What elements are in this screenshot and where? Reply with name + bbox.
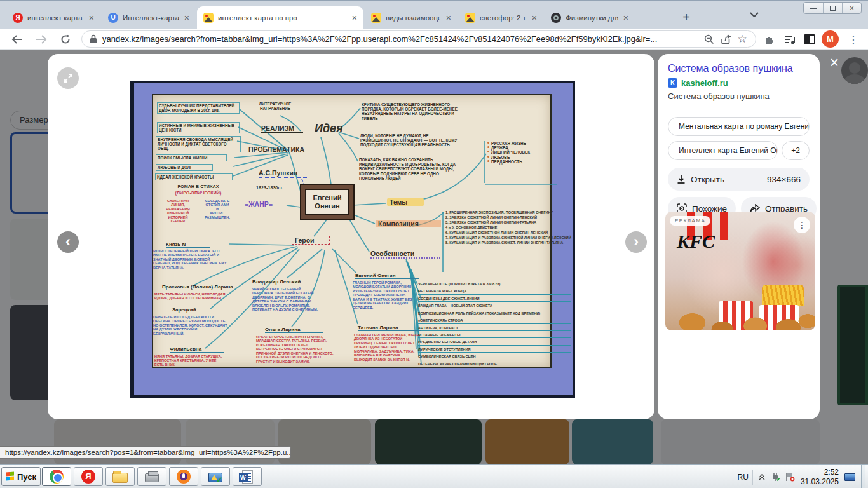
ad-menu-icon[interactable]: ⋮ [794,217,810,233]
kfc-ad-banner[interactable]: РЕКЛАМА KFC ⋮ [665,212,815,330]
language-indicator[interactable]: RU [734,470,753,485]
map-features-list: ЗЕРКАЛЬНОСТЬ (ПОВТОР СЮЖЕТА В 3 и 8 гл)Н… [418,282,571,369]
map-idea-3-line: ПОКАЗАТЬ, КАК ВАЖНО СОХРАНИТЬ ИНДИВИДУАЛ… [359,158,463,180]
related-query-chip[interactable]: Ментальная карта по роману Евгений ... [668,117,810,136]
map-lensky-body: ЯРКИЙ ВТОРОСТЕПЕННЫЙ ПЕРСОНАЖ. 18-ЛЕТНИЙ… [252,287,321,312]
epic-browser-icon [177,470,191,484]
back-button[interactable] [9,31,25,48]
taskbar-app-word[interactable] [233,467,262,486]
window-minimize-button[interactable] [804,3,823,13]
map-problem-3-line: ВНУТРЕННЯЯ СВОБОДА МЫСЛЯЩЕЙ ЛИЧНОСТИ И Д… [156,136,241,152]
map-years: 1823-1830г.г. [256,186,307,191]
map-features-list-line: КАЖДАЯ ГЛАВА – НОВЫЙ ЭТАП СЮЖЕТА [418,304,571,309]
url-text[interactable]: yandex.kz/images/search?from=tabbar&img_… [102,34,701,44]
map-problem-5-line: ЛЮБОВЬ И ДОЛГ [156,164,213,171]
reload-button[interactable] [57,31,74,48]
browser-tab[interactable]: интеллект карта по про× [6,6,100,29]
taskbar-app-chrome[interactable] [42,467,71,486]
window-close-button[interactable]: × [842,3,861,13]
map-features-list-line: СИМВОЛИЧЕСКАЯ СВЯЗЬ СЦЕН [418,355,571,360]
fullscreen-expand-button[interactable] [57,67,79,89]
window-maximize-button[interactable] [823,3,842,13]
tab-search-chevron-icon[interactable] [750,12,763,24]
new-tab-button[interactable]: + [677,9,695,27]
site-name[interactable]: kasheloff.ru [681,78,728,88]
source-site-row[interactable]: K kasheloff.ru [668,78,810,88]
map-features-list-line: АНТИТЕЗА, КОНТРАСТ [418,326,571,331]
map-lensky-title: Владимир Ленский [252,279,321,285]
address-bar[interactable]: yandex.kz/images/search?from=tabbar&img_… [81,30,756,48]
taskbar-app-epic-browser[interactable] [169,467,198,486]
taskbar-clock[interactable]: 2:52 31.03.2025 [801,468,839,487]
tab-close-icon[interactable]: × [351,13,358,23]
tab-close-icon[interactable]: × [531,13,538,23]
map-onegin-body: ГЛАВНЫЙ ГЕРОЙ РОМАНА, МОЛОДОЙ БОГАТЫЙ ДВ… [353,281,416,309]
taskbar-app-file-explorer[interactable] [105,467,135,486]
image-description: Система образов пушкина [668,92,810,109]
yandex-favicon-icon [13,13,23,23]
tab-close-icon[interactable]: × [183,13,191,23]
clock-date: 31.03.2025 [801,477,839,487]
map-genre-1-line: РОМАН В СТИХАХ [159,184,237,189]
taskbar-app-fax-printer[interactable] [137,467,166,486]
site-favicon: K [668,78,677,88]
desktop-monitor-icon[interactable] [844,473,855,481]
profile-avatar[interactable]: M [822,30,839,48]
start-button[interactable]: Пуск [1,467,41,486]
mindmap-image[interactable]: СУДЬБЫ ЛУЧШИХ ПРЕДСТАВИТЕЛЕЙ ДВОР. МОЛОД… [130,81,575,398]
more-queries-chip[interactable]: +2 [782,141,810,160]
browser-toolbar: yandex.kz/images/search?from=tabbar&img_… [0,29,868,50]
extension-puzzle-icon[interactable] [761,31,778,48]
lock-icon [90,34,97,44]
minimize-icon [810,7,817,9]
playlist-extension-icon[interactable] [782,31,798,48]
browser-menu-icon[interactable]: ⋮ [845,31,862,48]
map-features-list-line: ПРЕДМЕТНО-БЫТОВЫЕ ДЕТАЛИ [418,340,571,345]
forward-button[interactable] [33,31,50,48]
browser-tab[interactable]: светофор: 2 тыс изобра× [459,6,543,29]
map-composition-list-line: 4 и 5. ОСНОВНОЕ ДЕЙСТВИЕ [445,226,580,229]
map-olga-body-line: ЯРКАЯ ВТОРОСТЕПЕННАЯ ГЕРОИНЯ, МЛАДШАЯ СЕ… [256,335,334,363]
browser-tab[interactable]: виды взаимооценивания× [365,6,458,29]
next-image-button[interactable]: › [625,231,647,253]
map-themes-list: РУССКАЯ ЖИЗНЬДРУЖБАЛИШНИЙ ЧЕЛОВЕКЛЮБОВЬП… [487,141,556,164]
map-knyaz-title-line: Князь N [166,241,210,247]
close-window-icon: × [850,4,854,13]
sidebar-extension-icon[interactable] [801,31,818,48]
map-composition-list-line: 1. РАСШИРЕННАЯ ЭКСПОЗИЦИЯ, ПОСВЯЩЕННАЯ О… [445,210,580,214]
file-explorer-icon [112,473,128,483]
related-query-chip[interactable]: Интеллект карта Евгений Онегин [668,141,778,160]
image-title-link[interactable]: Система образов пушкина [668,63,810,74]
share-icon[interactable] [717,31,734,48]
map-genre-2-line: (ЛИРО-ЭПИЧЕСКИЙ) [158,191,238,196]
lightbox-close-icon[interactable]: × [826,55,843,71]
map-onegin-body-line: ГЛАВНЫЙ ГЕРОЙ РОМАНА, МОЛОДОЙ БОГАТЫЙ ДВ… [353,281,416,309]
show-desktop-button[interactable] [861,465,865,488]
map-composition-list-line: 2. ЗАВЯЗКА СЮЖЕТНОЙ ЛИНИИ ОНЕГИН-ЛЕНСКИЙ [445,215,580,219]
action-center-flag-icon[interactable] [785,472,795,482]
map-problem-4: ПОИСК СМЫСЛА ЖИЗНИ [156,154,227,161]
browser-tab[interactable]: интеллект карта по про× [197,6,363,29]
chrome-icon [50,470,64,484]
previous-image-button[interactable]: ‹ [57,231,79,253]
taskbar: Пуск RU 2:52 31.03.2025 [0,464,868,488]
windows-logo-icon [6,472,15,482]
tray-expand-chevron-icon[interactable] [759,474,765,480]
browser-tab[interactable]: Интеллект-карта по ром× [102,6,196,29]
tab-label: Интеллект-карта по ром [123,14,179,22]
safely-remove-hardware-icon[interactable] [771,473,780,482]
tab-close-icon[interactable]: × [622,13,630,23]
map-themes-list-line: ПРЕДАННОСТЬ [487,159,556,164]
map-features-list-line: «ОНЕГИНСКАЯ» СТРОФА [418,318,571,323]
taskbar-app-security-monitor[interactable] [201,467,230,486]
tab-close-icon[interactable]: × [445,13,452,23]
map-tatyana-title: Татьяна Ларина [358,325,421,331]
browser-tab[interactable]: Физминутки для рефлек× [545,6,635,29]
map-idea-2: ЛЮДИ, КОТОРЫЕ НЕ ДУМАЮТ, НЕ РАЗМЫШЛЯЮТ, … [360,133,460,147]
map-plotline-1: СЮЖЕТНАЯЛИНИЯ,ВЫРАЖЕНИЯЛЮБОВНОЙИСТОРИЕЙГ… [159,199,196,224]
taskbar-app-yandex-browser[interactable] [74,467,103,486]
zoom-page-icon[interactable] [701,31,717,48]
tab-close-icon[interactable]: × [88,13,95,23]
bookmark-star-icon[interactable]: ☆ [734,31,750,48]
open-image-button[interactable]: Открыть 934×666 [668,168,810,191]
